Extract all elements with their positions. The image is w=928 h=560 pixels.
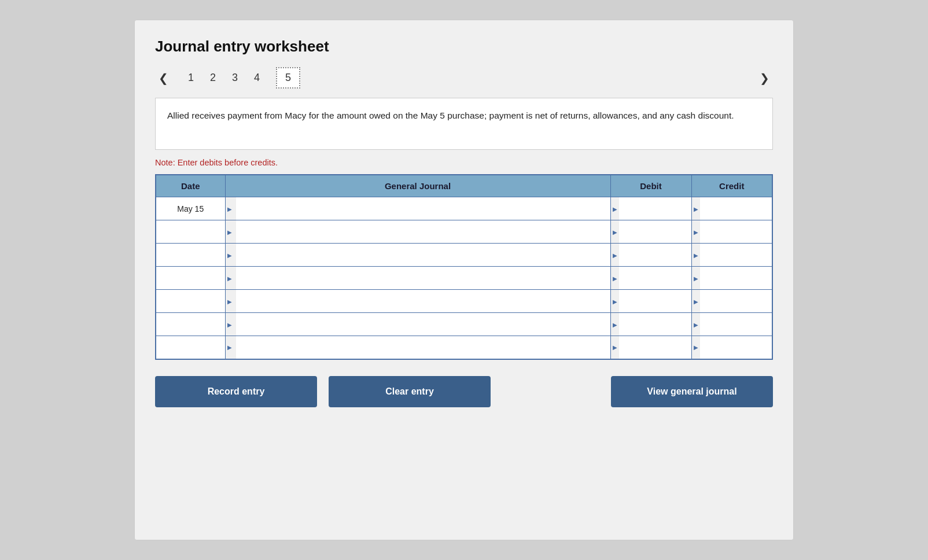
- debit-cell-5[interactable]: [610, 313, 691, 336]
- credit-input-2[interactable]: [700, 244, 772, 266]
- date-cell-5: [156, 313, 225, 336]
- credit-cell-2[interactable]: [691, 244, 772, 267]
- page-5-active[interactable]: 5: [276, 67, 300, 89]
- general-journal-cell-5[interactable]: [225, 313, 610, 336]
- credit-input-4[interactable]: [700, 290, 772, 312]
- general-journal-input-5[interactable]: [236, 313, 610, 336]
- credit-input-0[interactable]: [700, 197, 772, 220]
- page-4[interactable]: 4: [254, 72, 260, 84]
- credit-input-6[interactable]: [700, 336, 772, 359]
- debit-cell-4[interactable]: [610, 290, 691, 313]
- page-3[interactable]: 3: [232, 72, 238, 84]
- record-entry-button[interactable]: Record entry: [155, 376, 317, 407]
- pagination: ❮ 1 2 3 4 5 ❯: [155, 67, 773, 89]
- general-journal-cell-1[interactable]: [225, 220, 610, 244]
- next-page-button[interactable]: ❯: [756, 72, 773, 84]
- general-journal-cell-4[interactable]: [225, 290, 610, 313]
- general-journal-input-1[interactable]: [236, 220, 610, 243]
- prev-page-button[interactable]: ❮: [155, 72, 172, 84]
- date-cell-0: May 15: [156, 197, 225, 220]
- debit-input-4[interactable]: [619, 290, 691, 312]
- date-cell-2: [156, 244, 225, 267]
- general-journal-input-2[interactable]: [236, 244, 610, 266]
- general-journal-cell-2[interactable]: [225, 244, 610, 267]
- credit-cell-6[interactable]: [691, 336, 772, 359]
- general-journal-input-6[interactable]: [236, 336, 610, 359]
- credit-input-3[interactable]: [700, 267, 772, 289]
- description-text: Allied receives payment from Macy for th…: [167, 110, 734, 120]
- header-general-journal: General Journal: [225, 175, 610, 197]
- debit-input-1[interactable]: [619, 220, 691, 243]
- date-cell-1: [156, 220, 225, 244]
- debit-input-3[interactable]: [619, 267, 691, 289]
- credit-input-5[interactable]: [700, 313, 772, 336]
- debit-cell-3[interactable]: [610, 267, 691, 290]
- debit-input-6[interactable]: [619, 336, 691, 359]
- table-row: [156, 244, 772, 267]
- debit-input-0[interactable]: [619, 197, 691, 220]
- header-credit: Credit: [691, 175, 772, 197]
- general-journal-cell-3[interactable]: [225, 267, 610, 290]
- table-row: [156, 220, 772, 244]
- debit-cell-0[interactable]: [610, 197, 691, 220]
- credit-cell-0[interactable]: [691, 197, 772, 220]
- credit-cell-5[interactable]: [691, 313, 772, 336]
- credit-input-1[interactable]: [700, 220, 772, 243]
- note-text: Note: Enter debits before credits.: [155, 158, 773, 167]
- journal-table: Date General Journal Debit Credit May 15: [155, 174, 773, 360]
- general-journal-cell-0[interactable]: [225, 197, 610, 220]
- general-journal-input-0[interactable]: [236, 197, 610, 220]
- general-journal-input-4[interactable]: [236, 290, 610, 312]
- debit-input-2[interactable]: [619, 244, 691, 266]
- worksheet-container: Journal entry worksheet ❮ 1 2 3 4 5 ❯ Al…: [134, 20, 794, 540]
- date-cell-4: [156, 290, 225, 313]
- debit-cell-1[interactable]: [610, 220, 691, 244]
- view-general-journal-button[interactable]: View general journal: [611, 376, 773, 407]
- header-debit: Debit: [610, 175, 691, 197]
- debit-cell-2[interactable]: [610, 244, 691, 267]
- page-title: Journal entry worksheet: [155, 38, 773, 56]
- table-row: [156, 290, 772, 313]
- date-cell-3: [156, 267, 225, 290]
- clear-entry-button[interactable]: Clear entry: [329, 376, 491, 407]
- table-row: [156, 267, 772, 290]
- debit-input-5[interactable]: [619, 313, 691, 336]
- page-1[interactable]: 1: [188, 72, 194, 84]
- page-2[interactable]: 2: [210, 72, 216, 84]
- date-cell-6: [156, 336, 225, 359]
- buttons-row: Record entry Clear entry View general jo…: [155, 376, 773, 407]
- description-box: Allied receives payment from Macy for th…: [155, 98, 773, 150]
- table-row: May 15: [156, 197, 772, 220]
- header-date: Date: [156, 175, 225, 197]
- credit-cell-1[interactable]: [691, 220, 772, 244]
- credit-cell-4[interactable]: [691, 290, 772, 313]
- credit-cell-3[interactable]: [691, 267, 772, 290]
- general-journal-cell-6[interactable]: [225, 336, 610, 359]
- table-row: [156, 336, 772, 359]
- table-row: [156, 313, 772, 336]
- general-journal-input-3[interactable]: [236, 267, 610, 289]
- debit-cell-6[interactable]: [610, 336, 691, 359]
